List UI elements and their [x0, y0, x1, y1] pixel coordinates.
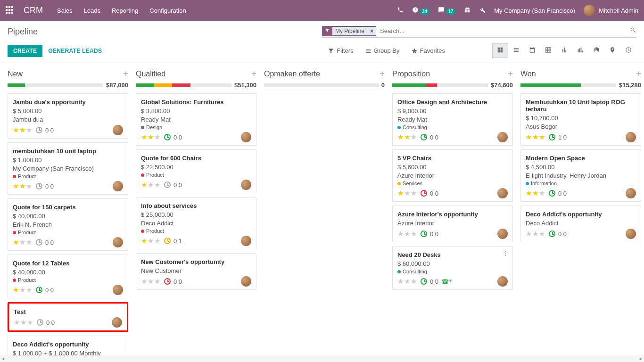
activity-clock-icon[interactable]: [421, 134, 427, 140]
assignee-avatar-icon[interactable]: [113, 285, 123, 295]
facet-remove[interactable]: ×: [367, 27, 376, 35]
list-view-icon[interactable]: [508, 43, 524, 58]
column-add-icon[interactable]: +: [636, 69, 641, 79]
assignee-avatar-icon[interactable]: [497, 229, 508, 239]
activity-clock-icon[interactable]: [421, 230, 427, 237]
favorites-dropdown[interactable]: Favorites: [411, 47, 445, 54]
kanban-card[interactable]: Quote for 600 Chairs$ 22,500.00Product★★…: [136, 149, 256, 193]
kanban-card[interactable]: New Customer's opportunityNew Customer★★…: [136, 253, 256, 290]
messaging-icon[interactable]: 17: [438, 7, 455, 15]
activity-clock-icon[interactable]: [36, 127, 42, 133]
activity-clock-icon[interactable]: [421, 190, 427, 197]
priority-stars[interactable]: ★★★: [13, 286, 32, 294]
nav-item-leads[interactable]: Leads: [84, 7, 100, 14]
priority-stars[interactable]: ★★★: [397, 277, 417, 286]
column-title[interactable]: Proposition: [392, 70, 430, 78]
activity-clock-icon[interactable]: [36, 183, 42, 189]
priority-stars[interactable]: ★★★: [526, 230, 545, 238]
column-title[interactable]: Qualified: [136, 70, 165, 78]
search-icon[interactable]: [630, 27, 636, 35]
column-progress-bar[interactable]: [520, 83, 616, 87]
priority-stars[interactable]: ★★★: [13, 238, 32, 247]
priority-stars[interactable]: ★★★: [526, 189, 545, 197]
assignee-avatar-icon[interactable]: [241, 276, 251, 287]
kanban-card[interactable]: membutuhkan 10 unit laptop$ 1,000.00My C…: [8, 142, 128, 195]
user-menu[interactable]: Mitchell Admin: [584, 5, 638, 16]
activity-clock-icon[interactable]: [37, 319, 43, 326]
assignee-avatar-icon[interactable]: [497, 132, 508, 142]
column-progress-bar[interactable]: [136, 83, 231, 87]
kanban-card[interactable]: Membutuhkan 10 Unit laptop ROG terbaru$ …: [520, 93, 641, 146]
calendar-view-icon[interactable]: [524, 43, 540, 58]
app-brand[interactable]: CRM: [24, 6, 43, 16]
pivot-view-icon[interactable]: [540, 43, 556, 58]
kanban-card[interactable]: Azure Interior's opportunityAzure Interi…: [392, 206, 513, 242]
activity-clock-icon[interactable]: [36, 239, 42, 246]
kanban-card[interactable]: Test★★★0 0: [8, 302, 128, 332]
activity-view-icon[interactable]: [620, 43, 636, 58]
activity-clock-icon[interactable]: [164, 238, 171, 244]
company-selector[interactable]: My Company (San Francisco): [494, 7, 575, 14]
graph-view-icon[interactable]: [556, 43, 572, 58]
kanban-card[interactable]: Global Solutions: Furnitures$ 3,800.00Re…: [136, 93, 256, 146]
priority-stars[interactable]: ★★★: [14, 318, 33, 327]
phone-icon[interactable]: [397, 7, 404, 15]
column-progress-bar[interactable]: [392, 83, 488, 87]
nav-item-reporting[interactable]: Reporting: [112, 7, 138, 14]
activity-clock-icon[interactable]: [421, 278, 427, 285]
kanban-view-icon[interactable]: [492, 43, 508, 58]
priority-stars[interactable]: ★★★: [141, 277, 160, 286]
kanban-card[interactable]: ⋮Need 20 Desks$ 60,000.00Consulting★★★0 …: [392, 246, 513, 290]
generate-leads-button[interactable]: GENERATE LEADS: [42, 45, 107, 57]
activity-clock-icon[interactable]: [549, 134, 555, 140]
kanban-card[interactable]: Jambu dua's opportunity$ 5,000.00Jambu d…: [8, 93, 128, 139]
activity-clock-icon[interactable]: [164, 134, 171, 140]
kanban-card[interactable]: Quote for 12 Tables$ 40,000.00Product★★★…: [8, 255, 128, 298]
column-title[interactable]: New: [8, 70, 23, 78]
column-add-icon[interactable]: +: [380, 69, 385, 79]
priority-stars[interactable]: ★★★: [141, 237, 160, 245]
card-menu-icon[interactable]: ⋮: [502, 249, 509, 257]
activity-clock-icon[interactable]: [164, 278, 171, 285]
assignee-avatar-icon[interactable]: [241, 132, 251, 142]
assignee-avatar-icon[interactable]: [113, 237, 123, 247]
assignee-avatar-icon[interactable]: [113, 125, 123, 135]
nav-item-configuration[interactable]: Configuration: [149, 7, 186, 14]
kanban-card[interactable]: Deco Addict's opportunityDeco Addict★★★0…: [520, 206, 641, 242]
assignee-avatar-icon[interactable]: [626, 188, 636, 198]
create-button[interactable]: CREATE: [8, 45, 42, 57]
wrench-icon[interactable]: [479, 7, 486, 15]
assignee-avatar-icon[interactable]: [497, 276, 508, 287]
filters-dropdown[interactable]: Filters: [328, 47, 353, 54]
activity-clock-icon[interactable]: [549, 190, 555, 197]
priority-stars[interactable]: ★★★: [397, 133, 417, 141]
activity-clock-icon[interactable]: [36, 287, 42, 293]
column-title[interactable]: Won: [520, 70, 536, 78]
activity-clock-icon[interactable]: [549, 230, 555, 237]
column-add-icon[interactable]: +: [508, 69, 513, 79]
assignee-avatar-icon[interactable]: [626, 229, 636, 239]
kanban-card[interactable]: 5 VP Chairs$ 5,600.00Azure InteriorServi…: [392, 149, 513, 202]
dashboard-view-icon[interactable]: [588, 43, 604, 58]
assignee-avatar-icon[interactable]: [112, 317, 122, 328]
column-title[interactable]: Opmaken offerte: [264, 70, 320, 78]
assignee-avatar-icon[interactable]: [626, 132, 636, 142]
groupby-dropdown[interactable]: Group By: [365, 47, 400, 54]
assignee-avatar-icon[interactable]: [497, 188, 508, 198]
priority-stars[interactable]: ★★★: [13, 126, 32, 134]
activity-icon[interactable]: 34: [412, 7, 429, 15]
column-progress-bar[interactable]: [264, 83, 379, 87]
kanban-card[interactable]: Quote for 150 carpets$ 40,000.00Erik N. …: [8, 198, 128, 251]
column-progress-bar[interactable]: [8, 83, 103, 87]
horizontal-scrollbar[interactable]: ◄►: [0, 355, 644, 362]
priority-stars[interactable]: ★★★: [141, 133, 160, 141]
cohort-view-icon[interactable]: [572, 43, 588, 58]
assignee-avatar-icon[interactable]: [113, 181, 123, 191]
priority-stars[interactable]: ★★★: [141, 181, 160, 189]
priority-stars[interactable]: ★★★: [526, 133, 545, 141]
activity-clock-icon[interactable]: [164, 181, 171, 188]
priority-stars[interactable]: ★★★: [13, 182, 32, 190]
kanban-card[interactable]: Info about services$ 25,000.00Deco Addic…: [136, 197, 256, 249]
kanban-card[interactable]: Modern Open Space$ 4,500.00E-light Indus…: [520, 149, 641, 202]
priority-stars[interactable]: ★★★: [397, 230, 417, 238]
